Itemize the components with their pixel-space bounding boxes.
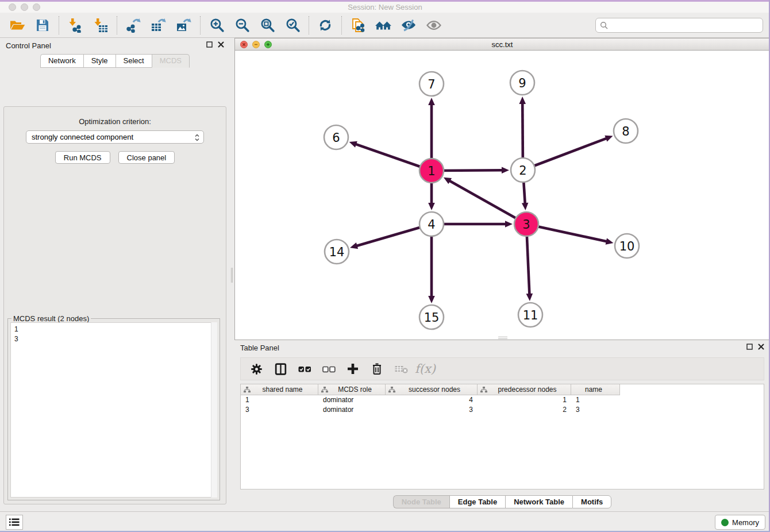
close-panel-button[interactable]: Close panel: [118, 151, 175, 164]
export-network-icon[interactable]: [121, 15, 146, 36]
table-panel: Table Panel f(x) shared nameMCDS rolesuc…: [234, 341, 770, 509]
svg-text:7: 7: [428, 78, 435, 91]
mcds-result-title: MCDS result (2 nodes): [11, 314, 91, 323]
graph-node-3[interactable]: 3: [514, 212, 538, 236]
tab-network-table[interactable]: Network Table: [505, 495, 572, 508]
import-network-icon[interactable]: [63, 15, 88, 36]
graph-node-15[interactable]: 15: [419, 305, 444, 329]
tab-edge-table[interactable]: Edge Table: [449, 495, 505, 508]
table-cell[interactable]: 1: [241, 395, 318, 405]
optimization-select-value: strongly connected component: [32, 133, 133, 141]
run-mcds-button[interactable]: Run MCDS: [55, 151, 110, 164]
search-input[interactable]: [609, 21, 763, 30]
graph-node-8[interactable]: 8: [614, 119, 638, 143]
column-header-shared-name[interactable]: shared name: [241, 384, 318, 395]
hide-selected-icon[interactable]: [396, 15, 421, 36]
optimization-select[interactable]: strongly connected component: [26, 130, 204, 144]
graph-node-1[interactable]: 1: [419, 159, 444, 183]
title-bar: Session: New Session: [0, 2, 770, 13]
tab-node-table[interactable]: Node Table: [393, 495, 449, 508]
graph-node-7[interactable]: 7: [419, 72, 444, 96]
graph-edge-2-8[interactable]: [523, 136, 613, 170]
zoom-in-icon[interactable]: [204, 15, 229, 36]
graph-node-11[interactable]: 11: [518, 303, 542, 327]
table-cell[interactable]: 3: [386, 405, 478, 415]
select-all-icon[interactable]: [294, 360, 315, 378]
control-panel-title: Control Panel: [6, 41, 51, 50]
graph-edge-3-10[interactable]: [526, 224, 614, 245]
save-session-icon[interactable]: [30, 15, 55, 36]
network-window-title: scc.txt: [235, 40, 769, 49]
network-window-titlebar[interactable]: scc.txt: [235, 38, 769, 51]
clone-network-icon[interactable]: [345, 15, 371, 36]
delete-column-icon[interactable]: [366, 360, 388, 378]
settings-icon[interactable]: [245, 360, 267, 378]
close-table-panel-icon[interactable]: [758, 344, 764, 350]
zoom-fit-icon[interactable]: [255, 15, 280, 36]
table-row[interactable]: 3dominator323: [241, 405, 764, 415]
graph-edge-3-1[interactable]: [444, 178, 526, 224]
split-view-icon[interactable]: [270, 360, 291, 378]
node-table[interactable]: shared nameMCDS rolesuccessor nodesprede…: [240, 384, 764, 489]
export-table-icon[interactable]: [146, 15, 171, 36]
sort-flow-icon: [480, 387, 487, 393]
result-scrollbar[interactable]: [211, 322, 217, 498]
tab-mcds[interactable]: MCDS: [152, 54, 190, 68]
search-field[interactable]: [595, 18, 763, 33]
graph-node-4[interactable]: 4: [419, 212, 444, 236]
float-table-panel-icon[interactable]: [746, 344, 753, 350]
tab-motifs[interactable]: Motifs: [572, 495, 611, 508]
network-resize-grip[interactable]: [498, 337, 507, 339]
table-cell[interactable]: 2: [478, 405, 571, 415]
first-neighbors-icon[interactable]: [371, 15, 396, 36]
task-history-button[interactable]: [6, 515, 23, 530]
column-header-name[interactable]: name: [571, 384, 620, 395]
status-bar: Memory: [0, 511, 770, 532]
graph-node-6[interactable]: 6: [324, 125, 348, 149]
open-session-icon[interactable]: [5, 15, 30, 36]
splitter-grip-icon: [231, 268, 233, 283]
mcds-result-list[interactable]: 1 3: [10, 322, 217, 498]
graph-node-9[interactable]: 9: [510, 71, 534, 95]
add-column-icon[interactable]: [342, 360, 364, 378]
column-header-label: name: [571, 385, 619, 394]
import-table-icon[interactable]: [88, 15, 113, 36]
table-row[interactable]: 1dominator411: [241, 395, 764, 405]
table-cell[interactable]: 3: [571, 405, 620, 415]
graph-edge-1-6[interactable]: [349, 141, 432, 171]
export-image-icon[interactable]: [171, 15, 197, 36]
column-header-predecessor-nodes[interactable]: predecessor nodes: [478, 384, 571, 395]
main-toolbar: [0, 13, 770, 38]
tab-network[interactable]: Network: [40, 54, 83, 68]
memory-button[interactable]: Memory: [715, 515, 765, 530]
table-panel-title: Table Panel: [240, 344, 279, 352]
unselect-all-icon[interactable]: [318, 360, 340, 378]
table-cell[interactable]: dominator: [318, 395, 386, 405]
toolbar-separator: [341, 16, 342, 34]
tab-select[interactable]: Select: [116, 54, 152, 68]
select-stepper-icon: [194, 133, 200, 144]
column-header-MCDS-role[interactable]: MCDS role: [318, 384, 386, 395]
table-cell[interactable]: 1: [571, 395, 620, 405]
table-cell[interactable]: dominator: [318, 405, 386, 415]
column-header-label: shared name: [251, 385, 318, 394]
zoom-selected-icon[interactable]: [280, 15, 305, 36]
apply-layout-icon[interactable]: [313, 15, 338, 36]
table-cell[interactable]: 1: [478, 395, 571, 405]
close-panel-icon[interactable]: [218, 41, 224, 48]
graph-node-2[interactable]: 2: [511, 158, 535, 182]
table-cell[interactable]: 3: [241, 405, 318, 415]
table-cell[interactable]: 4: [386, 395, 478, 405]
column-header-successor-nodes[interactable]: successor nodes: [386, 384, 478, 395]
panel-splitter[interactable]: [230, 38, 234, 507]
graph-node-14[interactable]: 14: [325, 240, 349, 264]
graph-node-10[interactable]: 10: [615, 234, 639, 258]
tab-style[interactable]: Style: [83, 54, 116, 68]
zoom-out-icon[interactable]: [229, 15, 255, 36]
memory-label: Memory: [732, 518, 759, 527]
svg-text:14: 14: [329, 245, 345, 259]
network-graph[interactable]: 7968124314101511: [235, 51, 769, 340]
toolbar-separator: [117, 16, 117, 34]
network-canvas[interactable]: 7968124314101511: [235, 51, 769, 340]
float-panel-icon[interactable]: [206, 41, 213, 48]
